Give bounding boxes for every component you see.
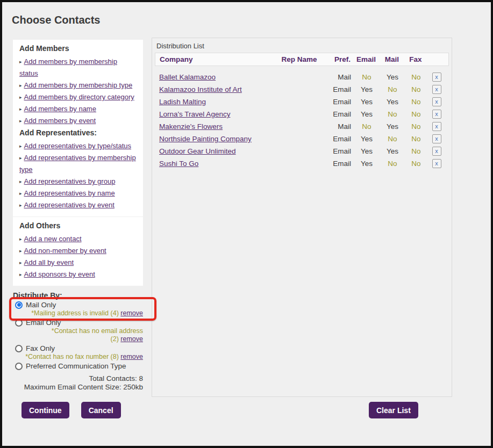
link-row: ▸Add representatives by group bbox=[19, 176, 138, 187]
fax-cell: No bbox=[405, 135, 427, 143]
distribution-list-panel: Distribution List Company Rep Name Pref.… bbox=[152, 38, 452, 397]
column-header-company: Company bbox=[160, 55, 274, 63]
link-add-representatives-by-type-status[interactable]: Add representatives by type/status bbox=[24, 142, 131, 150]
bullet-arrow-icon: ▸ bbox=[19, 118, 22, 124]
link-add-representatives-by-group[interactable]: Add representatives by group bbox=[24, 177, 116, 185]
company-link[interactable]: Ballet Kalamazoo bbox=[159, 73, 274, 81]
bullet-arrow-icon: ▸ bbox=[19, 272, 22, 277]
remove-no-email-link[interactable]: remove bbox=[120, 335, 143, 343]
link-row: ▸Add members by membership status bbox=[19, 56, 138, 80]
email-only-warning-line1: *Contact has no email address bbox=[11, 327, 143, 335]
remove-contact-button[interactable]: x bbox=[432, 73, 441, 82]
radio-preferred-communication[interactable] bbox=[15, 363, 23, 370]
link-add-members-by-name[interactable]: Add members by name bbox=[24, 105, 96, 113]
mail-cell: Yes bbox=[380, 98, 405, 106]
table-row: Sushi To Go Email Yes No No x bbox=[152, 157, 452, 170]
bullet-arrow-icon: ▸ bbox=[19, 236, 22, 242]
email-cell: No bbox=[353, 122, 380, 131]
add-others-section: Add Others ▸Add a new contact ▸Add non-m… bbox=[13, 217, 143, 286]
email-cell: Yes bbox=[353, 110, 380, 118]
remove-contact-button[interactable]: x bbox=[432, 110, 441, 119]
link-row: ▸Add members by name bbox=[19, 103, 138, 115]
table-row: Makenzie's Flowers Mail No Yes No x bbox=[152, 120, 452, 133]
link-add-members-by-directory-category[interactable]: Add members by directory category bbox=[24, 93, 134, 101]
email-cell: Yes bbox=[353, 135, 380, 143]
link-add-representatives-by-membership-type[interactable]: Add representatives by membership type bbox=[19, 154, 136, 174]
company-link[interactable]: Sushi To Go bbox=[159, 160, 274, 168]
remove-contact-button[interactable]: x bbox=[432, 147, 441, 156]
remove-contact-button[interactable]: x bbox=[432, 97, 441, 106]
table-body: Ballet Kalamazoo Mail No Yes No x Kalama… bbox=[152, 71, 452, 170]
pref-cell: Email bbox=[325, 160, 353, 168]
pref-cell: Email bbox=[325, 147, 353, 155]
company-link[interactable]: Lorna's Travel Agency bbox=[159, 110, 274, 118]
link-row: ▸Add non-member by event bbox=[19, 245, 138, 257]
option-label: Fax Only bbox=[26, 344, 55, 353]
option-label: Email Only bbox=[26, 318, 61, 327]
bullet-arrow-icon: ▸ bbox=[19, 95, 22, 100]
link-row: ▸Add representatives by name bbox=[19, 187, 138, 199]
company-link[interactable]: Makenzie's Flowers bbox=[159, 122, 274, 131]
pref-cell: Mail bbox=[325, 73, 353, 81]
page-title: Choose Contacts bbox=[12, 14, 100, 26]
link-row: ▸Add sponsors by event bbox=[19, 269, 138, 280]
link-add-sponsors-by-event[interactable]: Add sponsors by event bbox=[24, 270, 95, 278]
company-link[interactable]: Ladish Malting bbox=[159, 98, 274, 106]
link-add-members-by-event[interactable]: Add members by event bbox=[24, 117, 96, 125]
email-cell: Yes bbox=[353, 160, 380, 168]
link-add-members-by-membership-type[interactable]: Add members by membership type bbox=[24, 81, 133, 89]
link-add-representatives-by-event[interactable]: Add representatives by event bbox=[24, 201, 115, 209]
link-add-representatives-by-name[interactable]: Add representatives by name bbox=[24, 189, 115, 197]
fax-cell: No bbox=[405, 110, 427, 118]
mail-cell: Yes bbox=[380, 122, 405, 131]
fax-cell: No bbox=[405, 73, 427, 81]
remove-no-fax-link[interactable]: remove bbox=[120, 353, 143, 360]
company-link[interactable]: Outdoor Gear Unlimited bbox=[159, 147, 274, 155]
bullet-arrow-icon: ▸ bbox=[19, 191, 22, 196]
mail-cell: Yes bbox=[380, 73, 405, 81]
remove-contact-button[interactable]: x bbox=[432, 85, 441, 94]
warning-text: (2) bbox=[111, 335, 119, 343]
cancel-button[interactable]: Cancel bbox=[81, 402, 121, 418]
link-add-all-by-event[interactable]: Add all by event bbox=[24, 258, 74, 266]
link-row: ▸Add a new contact bbox=[19, 233, 138, 245]
mail-cell: No bbox=[380, 110, 405, 118]
pref-cell: Mail bbox=[325, 122, 353, 131]
remove-contact-button[interactable]: x bbox=[432, 122, 441, 131]
company-link[interactable]: Northside Painting Company bbox=[159, 135, 274, 143]
radio-mail-only[interactable] bbox=[15, 301, 23, 309]
company-link[interactable]: Kalamazoo Institute of Art bbox=[159, 85, 274, 93]
distribute-by-section: Distribute By: Mail Only *Mailing addres… bbox=[11, 291, 143, 392]
remove-invalid-mail-link[interactable]: remove bbox=[120, 309, 143, 317]
add-others-title: Add Others bbox=[19, 221, 138, 230]
pref-cell: Email bbox=[325, 110, 353, 118]
column-header-rep-name: Rep Name bbox=[274, 55, 325, 63]
option-label: Preferred Communication Type bbox=[26, 362, 126, 371]
radio-email-only[interactable] bbox=[15, 319, 23, 327]
table-header: Company Rep Name Pref. Email Mail Fax bbox=[155, 53, 449, 66]
add-members-section: Add Members ▸Add members by membership s… bbox=[13, 40, 143, 132]
warning-text: *Contact has no email address bbox=[52, 327, 143, 335]
action-buttons: Continue Cancel bbox=[22, 402, 121, 418]
table-row: Outdoor Gear Unlimited Email Yes Yes No … bbox=[152, 145, 452, 157]
bullet-arrow-icon: ▸ bbox=[19, 155, 22, 161]
bullet-arrow-icon: ▸ bbox=[19, 260, 22, 265]
mail-only-warning: *Mailing address is invalid (4) remove bbox=[11, 309, 143, 317]
link-add-a-new-contact[interactable]: Add a new contact bbox=[24, 235, 82, 243]
link-row: ▸Add representatives by type/status bbox=[19, 140, 138, 152]
fax-cell: No bbox=[405, 160, 427, 168]
remove-contact-button[interactable]: x bbox=[432, 159, 441, 168]
option-label: Mail Only bbox=[26, 300, 56, 309]
pref-cell: Email bbox=[325, 135, 353, 143]
link-add-members-by-membership-status[interactable]: Add members by membership status bbox=[19, 57, 117, 77]
remove-contact-button[interactable]: x bbox=[432, 134, 441, 143]
bullet-arrow-icon: ▸ bbox=[19, 143, 22, 149]
add-representatives-section: Add Representatives: ▸Add representative… bbox=[13, 124, 143, 216]
column-header-pref: Pref. bbox=[325, 55, 353, 63]
clear-list-button[interactable]: Clear List bbox=[369, 402, 418, 418]
radio-fax-only[interactable] bbox=[15, 345, 23, 352]
email-cell: Yes bbox=[353, 98, 380, 106]
link-add-non-member-by-event[interactable]: Add non-member by event bbox=[24, 247, 106, 255]
pref-cell: Email bbox=[325, 98, 353, 106]
continue-button[interactable]: Continue bbox=[22, 402, 69, 418]
